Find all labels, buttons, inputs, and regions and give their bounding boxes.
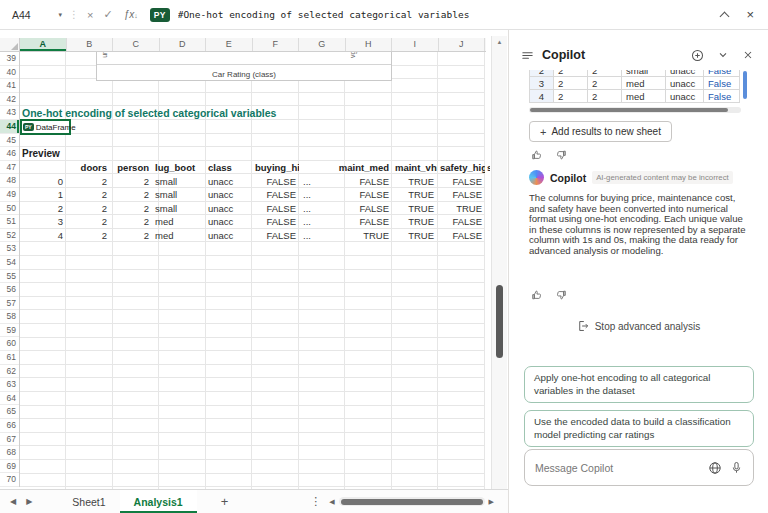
row-header-51[interactable]: 51	[0, 215, 19, 229]
row-header-66[interactable]: 66	[0, 419, 19, 433]
mini-table-cell: 4	[530, 90, 554, 103]
thumbs-down-icon[interactable]	[555, 149, 567, 161]
formula-input[interactable]: #One-hot encoding of selected categorica…	[178, 9, 470, 20]
chart-fragment[interactable]: unacc vgood Car Rating (class)	[96, 52, 392, 81]
suggestion-chip[interactable]: Use the encoded data to build a classifi…	[524, 410, 754, 447]
row-header-61[interactable]: 61	[0, 351, 19, 365]
python-object-icon: PY	[23, 123, 34, 131]
name-box[interactable]: A44 ▾	[8, 5, 66, 25]
name-box-dropdown-icon[interactable]: ▾	[58, 11, 62, 19]
select-all-corner[interactable]	[0, 38, 20, 52]
row-header-52[interactable]: 52	[0, 229, 19, 243]
copilot-input-box[interactable]	[524, 449, 754, 486]
thumbs-down-icon[interactable]	[555, 289, 567, 301]
row-header-43[interactable]: 43	[0, 106, 19, 120]
thumbs-up-icon[interactable]	[531, 149, 543, 161]
row-header-48[interactable]: 48	[0, 174, 19, 188]
row-header-41[interactable]: 41	[0, 79, 19, 93]
row-header-50[interactable]: 50	[0, 202, 19, 216]
column-header-E[interactable]: E	[206, 38, 253, 51]
mini-table-scrollbar-thumb[interactable]	[530, 108, 728, 112]
cancel-entry-icon[interactable]: ×	[87, 9, 93, 21]
row-header-69[interactable]: 69	[0, 460, 19, 474]
row-header-49[interactable]: 49	[0, 188, 19, 202]
column-header-I[interactable]: I	[392, 38, 439, 51]
mini-table-horizontal-scrollbar[interactable]	[529, 107, 741, 113]
preview-cell: 4	[20, 229, 66, 243]
sheet-nav-right-icon[interactable]: ▶	[26, 497, 32, 506]
vertical-scrollbar[interactable]: ▲	[491, 36, 507, 489]
row-header-63[interactable]: 63	[0, 378, 19, 392]
column-header-J[interactable]: J	[439, 38, 486, 51]
window-controls: ×	[721, 8, 754, 21]
row-header-39[interactable]: 39	[0, 52, 19, 66]
sheet-nav-left-icon[interactable]: ◀	[10, 497, 16, 506]
row-header-67[interactable]: 67	[0, 433, 19, 447]
preview-cell: unacc	[205, 175, 252, 189]
horizontal-scrollbar[interactable]: ◀ ▶	[329, 497, 494, 506]
column-header-B[interactable]: B	[67, 38, 114, 51]
mini-table-vertical-scrollbar[interactable]	[743, 71, 747, 99]
result-table-wrap[interactable]: 222smallunaccFalse322medunaccFalse422med…	[529, 70, 741, 103]
copilot-message-input[interactable]	[535, 462, 700, 474]
row-header-65[interactable]: 65	[0, 405, 19, 419]
row-header-62[interactable]: 62	[0, 365, 19, 379]
microphone-icon[interactable]	[730, 461, 743, 474]
vertical-scrollbar-thumb[interactable]	[496, 285, 503, 358]
mini-table-row: 422medunaccFalse	[530, 90, 740, 103]
scroll-up-icon[interactable]: ▲	[492, 39, 507, 45]
collapse-ribbon-icon[interactable]	[720, 11, 730, 21]
horizontal-scrollbar-thumb[interactable]	[341, 499, 483, 505]
preview-cell: 0	[20, 175, 66, 189]
column-header-F[interactable]: F	[253, 38, 300, 51]
add-results-button[interactable]: + Add results to new sheet	[529, 121, 672, 142]
row-header-47[interactable]: 47	[0, 161, 19, 175]
column-header-H[interactable]: H	[346, 38, 393, 51]
preview-column-header: maint_vhig	[392, 161, 437, 175]
row-header-53[interactable]: 53	[0, 242, 19, 256]
row-header-42[interactable]: 42	[0, 93, 19, 107]
preview-label: Preview	[22, 147, 60, 161]
row-header-55[interactable]: 55	[0, 270, 19, 284]
scroll-right-icon[interactable]: ▶	[489, 498, 494, 506]
horizontal-scrollbar-track[interactable]	[339, 497, 485, 506]
column-header-G[interactable]: G	[299, 38, 346, 51]
row-header-70[interactable]: 70	[0, 473, 19, 487]
conversation-history-icon[interactable]	[521, 49, 534, 62]
new-chat-icon[interactable]	[691, 49, 704, 62]
row-header-54[interactable]: 54	[0, 256, 19, 270]
row-header-46[interactable]: 46	[0, 147, 19, 161]
confirm-entry-icon[interactable]: ✓	[103, 8, 112, 21]
sheet-tab-sheet1[interactable]: Sheet1	[58, 490, 119, 513]
thumbs-up-icon[interactable]	[531, 289, 543, 301]
preview-cell: small	[152, 175, 205, 189]
web-search-icon[interactable]	[708, 461, 722, 475]
row-header-64[interactable]: 64	[0, 392, 19, 406]
row-header-57[interactable]: 57	[0, 297, 19, 311]
preview-cell: unacc	[205, 229, 252, 243]
sheet-tab-analysis1[interactable]: Analysis1	[120, 490, 197, 513]
column-header-D[interactable]: D	[160, 38, 207, 51]
close-panel-icon[interactable]	[742, 49, 754, 61]
collapse-panel-icon[interactable]	[717, 49, 729, 61]
row-header-58[interactable]: 58	[0, 310, 19, 324]
row-header-60[interactable]: 60	[0, 337, 19, 351]
column-header-C[interactable]: C	[113, 38, 160, 51]
preview-cell: FALSE	[437, 229, 485, 243]
stop-advanced-analysis-button[interactable]: Stop advanced analysis	[509, 320, 768, 332]
row-header-59[interactable]: 59	[0, 324, 19, 338]
insert-function-icon[interactable]: ƒx↓	[124, 9, 138, 20]
row-header-40[interactable]: 40	[0, 66, 19, 80]
add-sheet-button[interactable]: +	[221, 495, 229, 508]
window-close-icon[interactable]: ×	[746, 8, 754, 21]
suggestion-chip[interactable]: Apply one-hot encoding to all categorica…	[524, 366, 754, 403]
preview-cell: FALSE	[315, 202, 392, 216]
row-header-44[interactable]: 44	[0, 120, 19, 134]
selected-cell-a44[interactable]: PY DataFrame	[20, 119, 71, 135]
row-header-56[interactable]: 56	[0, 283, 19, 297]
row-header-68[interactable]: 68	[0, 446, 19, 460]
sheet-options-icon[interactable]: ⋮	[310, 495, 321, 508]
row-header-45[interactable]: 45	[0, 134, 19, 148]
column-header-A[interactable]: A	[20, 38, 67, 51]
scroll-left-icon[interactable]: ◀	[329, 498, 334, 506]
